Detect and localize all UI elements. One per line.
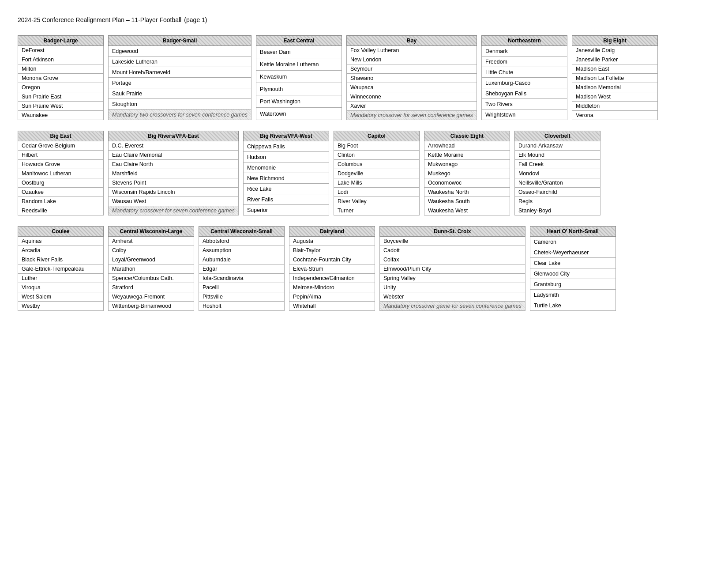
team-name: Eleva-Strum (289, 264, 375, 274)
team-name: Weyauwega-Fremont (109, 292, 194, 302)
table-row: Middleton (572, 102, 658, 111)
table-row: Neillsville/Granton (514, 178, 600, 188)
team-name: Waukesha South (424, 197, 510, 206)
table-row: Regis (514, 197, 600, 206)
table-row: Turtle Lake (530, 300, 615, 311)
table-row: Assumption (199, 246, 285, 255)
table-row: Glenwood City (530, 268, 615, 279)
table-row: Menomonie (243, 162, 329, 173)
team-name: Oregon (18, 83, 104, 92)
table-row: Columbus (334, 160, 419, 169)
table-row: Edgar (199, 264, 285, 274)
table-row: Sauk Prairie (109, 88, 251, 99)
conference-header: Coulee (18, 227, 104, 237)
conference-table-central-wisconsin-large: Central Wisconsin-LargeAmherstColbyLoyal… (108, 226, 194, 311)
team-name: River Valley (334, 197, 419, 206)
team-name: Mount Horeb/Barneveld (109, 67, 251, 78)
team-name: Plymouth (256, 83, 342, 95)
team-name: Blair-Taylor (289, 246, 375, 255)
table-row: Cameron (530, 237, 615, 247)
table-row: Iola-Scandinavia (199, 274, 285, 283)
team-name: West Salem (18, 292, 104, 302)
table-row: Fort Atkinson (18, 55, 104, 64)
table-row: Kettle Moraine (424, 151, 510, 160)
conference-table-heart-o--north-small: Heart O' North-SmallCameronChetek-Weyerh… (530, 226, 616, 311)
team-name: Superior (243, 205, 329, 215)
team-name: Whitehall (289, 302, 375, 311)
team-name: Freedom (482, 57, 567, 67)
team-name: Winneconne (347, 92, 477, 102)
conference-header: Big Rivers/VFA-West (243, 131, 329, 141)
team-name: Stevens Point (109, 178, 239, 188)
table-row: Lakeside Lutheran (109, 57, 251, 67)
table-row: Janesville Craig (572, 46, 658, 55)
team-name: Kettle Moraine Lutheran (256, 58, 342, 71)
team-name: New Richmond (243, 173, 329, 184)
team-name: Waupaca (347, 83, 477, 92)
team-name: Viroqua (18, 283, 104, 292)
team-name: Xavier (347, 102, 477, 111)
table-row: Madison La Follette (572, 74, 658, 83)
table-row: Watertown (256, 108, 342, 120)
team-name: Webster (380, 292, 525, 302)
team-name: Chetek-Weyerhaeuser (530, 247, 615, 258)
conference-header: Northeastern (482, 36, 567, 46)
table-row: New London (347, 55, 477, 64)
conference-table-northeastern: NortheasternDenmarkFreedomLittle ChuteLu… (481, 35, 567, 120)
table-row: Verona (572, 111, 658, 120)
table-row: Wisconsin Rapids Lincoln (109, 188, 239, 197)
conference-header: Big Rivers/VFA-East (109, 131, 239, 141)
team-name: Waukesha West (424, 206, 510, 215)
team-name: Waunakee (18, 111, 104, 120)
table-row: Big Foot (334, 141, 419, 151)
table-row: Arcadia (18, 246, 104, 255)
team-name: Lakeside Lutheran (109, 57, 251, 67)
team-name: Wrightstown (482, 110, 567, 120)
table-row: River Valley (334, 197, 419, 206)
team-name: Little Chute (482, 67, 567, 78)
table-row: Eau Claire Memorial (109, 151, 239, 160)
table-row: Waukesha South (424, 197, 510, 206)
table-row: Colfax (380, 255, 525, 264)
conference-table-big-eight: Big EightJanesville CraigJanesville Park… (572, 35, 658, 120)
team-name: Fox Valley Lutheran (347, 46, 477, 55)
table-row: Osseo-Fairchild (514, 188, 600, 197)
team-name: Cedar Grove-Belgium (18, 141, 104, 151)
conference-table-cloverbelt: CloverbeltDurand-ArkansawElk MoundFall C… (514, 131, 600, 215)
table-row: Seymour (347, 64, 477, 74)
table-row: Beaver Dam (256, 46, 342, 58)
table-row: Milton (18, 64, 104, 74)
team-name: Menomonie (243, 162, 329, 173)
table-row: Ladysmith (530, 290, 615, 300)
conference-header: Bay (347, 36, 477, 46)
table-row: Sun Prairie East (18, 92, 104, 102)
table-row: Turner (334, 206, 419, 215)
team-name: Cochrane-Fountain City (289, 255, 375, 264)
team-name: Glenwood City (530, 268, 615, 279)
table-row: River Falls (243, 194, 329, 205)
conference-section-2: Big EastCedar Grove-BelgiumHilbertHoward… (18, 131, 710, 215)
conference-table-big-east: Big EastCedar Grove-BelgiumHilbertHoward… (18, 131, 104, 215)
team-name: Shawano (347, 74, 477, 83)
table-row: DeForest (18, 46, 104, 55)
table-row: Edgewood (109, 46, 251, 57)
team-name: Kewaskum (256, 71, 342, 83)
conference-header: Dairyland (289, 227, 375, 237)
team-name: Marathon (109, 264, 194, 274)
team-name: Chippewa Falls (243, 141, 329, 152)
team-name: Waukesha North (424, 188, 510, 197)
table-row: Denmark (482, 46, 567, 57)
team-name: Augusta (289, 237, 375, 246)
table-row: Kettle Moraine Lutheran (256, 58, 342, 71)
team-name: Iola-Scandinavia (199, 274, 285, 283)
table-row: Portage (109, 78, 251, 88)
table-row: Loyal/Greenwood (109, 255, 194, 264)
team-name: Random Lake (18, 197, 104, 206)
team-name: Wausau West (109, 197, 239, 206)
table-row: New Richmond (243, 173, 329, 184)
conference-table-badger-large: Badger-LargeDeForestFort AtkinsonMiltonM… (18, 35, 104, 120)
team-name: Ladysmith (530, 290, 615, 300)
table-row: Colby (109, 246, 194, 255)
team-name: Sheboygan Falls (482, 88, 567, 99)
table-row: Luxemburg-Casco (482, 78, 567, 88)
